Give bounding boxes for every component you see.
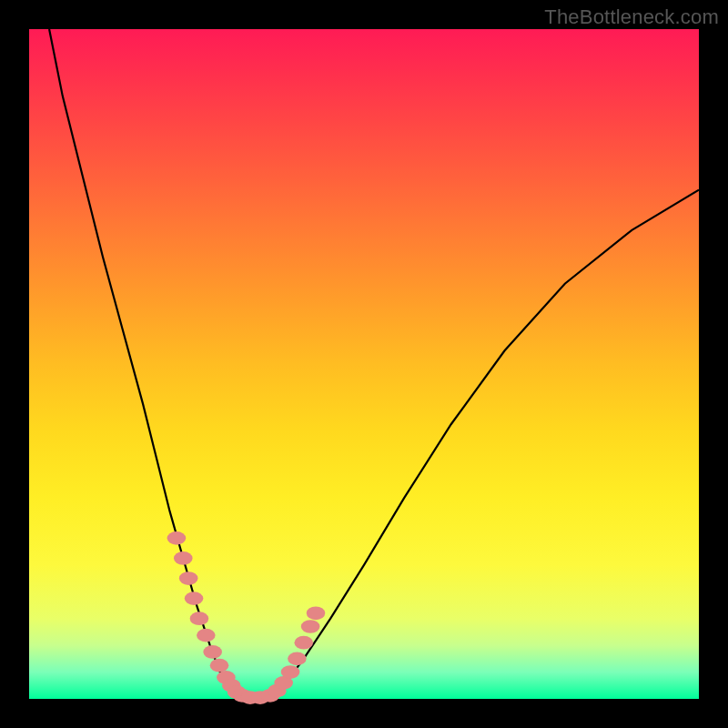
data-dot xyxy=(210,659,229,672)
data-dot xyxy=(307,606,326,620)
data-dot xyxy=(185,592,204,605)
plot-area xyxy=(29,29,699,699)
chart-svg xyxy=(29,29,699,699)
curve-group xyxy=(49,29,699,699)
data-dot xyxy=(281,665,300,679)
bottleneck-curve-left xyxy=(49,29,240,699)
chart-frame: TheBottleneck.com xyxy=(0,0,728,728)
data-dot xyxy=(301,620,320,633)
dot-group xyxy=(167,531,326,704)
bottleneck-curve-right xyxy=(270,190,699,699)
data-dot xyxy=(288,652,307,665)
data-dot xyxy=(190,612,209,625)
data-dot xyxy=(197,629,216,642)
data-dot xyxy=(294,636,313,650)
data-dot xyxy=(167,531,187,545)
data-dot xyxy=(203,645,222,659)
watermark-text: TheBottleneck.com xyxy=(544,5,719,29)
data-dot xyxy=(179,571,198,585)
data-dot xyxy=(174,551,193,565)
